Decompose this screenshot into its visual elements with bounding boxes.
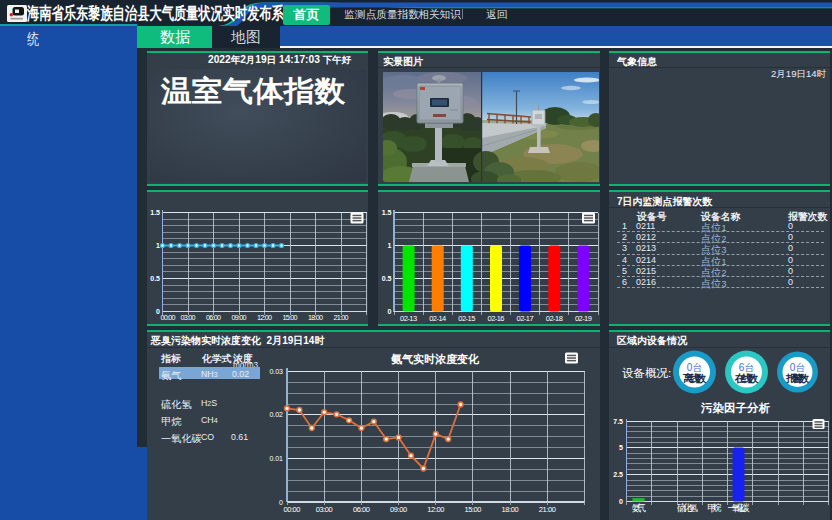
svg-text:0.01: 0.01 [269, 455, 283, 462]
svg-text:0.02: 0.02 [269, 411, 283, 418]
svg-text:在线数: 在线数 [734, 372, 759, 384]
svg-text:0.03: 0.03 [269, 368, 283, 375]
svg-text:09:00: 09:00 [390, 505, 407, 514]
svg-text:02-19: 02-19 [575, 314, 592, 323]
svg-text:00:00: 00:00 [284, 505, 301, 514]
svg-text:甲烷: 甲烷 [708, 502, 723, 513]
svg-text:18:00: 18:00 [502, 505, 519, 514]
svg-text:离线数: 离线数 [682, 372, 707, 384]
svg-text:21:00: 21:00 [334, 313, 349, 322]
svg-text:02-13: 02-13 [400, 314, 417, 323]
svg-text:15:00: 15:00 [464, 505, 481, 514]
svg-text:09:00: 09:00 [232, 313, 247, 322]
svg-text:0.5: 0.5 [382, 275, 392, 282]
svg-text:报警数: 报警数 [785, 372, 810, 384]
svg-text:06:00: 06:00 [353, 505, 370, 514]
svg-text:0: 0 [156, 308, 160, 315]
svg-text:03:00: 03:00 [316, 505, 333, 514]
svg-text:硫化氢: 硫化氢 [677, 502, 699, 513]
svg-text:1: 1 [388, 242, 392, 249]
svg-text:18:00: 18:00 [308, 313, 323, 322]
svg-text:0: 0 [279, 499, 283, 506]
svg-text:0: 0 [388, 308, 392, 315]
svg-text:7.5: 7.5 [613, 418, 623, 425]
svg-text:03:00: 03:00 [181, 313, 196, 322]
svg-text:02-16: 02-16 [488, 314, 505, 323]
svg-text:0: 0 [619, 498, 623, 505]
svg-text:12:00: 12:00 [257, 313, 272, 322]
svg-text:06:00: 06:00 [206, 313, 221, 322]
svg-text:12:00: 12:00 [427, 505, 444, 514]
svg-text:一氧化碳: 一氧化碳 [728, 502, 751, 513]
svg-text:02-14: 02-14 [429, 314, 446, 323]
svg-text:2.5: 2.5 [613, 471, 623, 478]
svg-text:02-15: 02-15 [458, 314, 475, 323]
svg-text:1: 1 [156, 242, 160, 249]
svg-text:1.5: 1.5 [150, 209, 160, 216]
svg-text:5: 5 [619, 444, 623, 451]
svg-text:1.5: 1.5 [382, 209, 392, 216]
svg-text:02-18: 02-18 [546, 314, 563, 323]
svg-text:15:00: 15:00 [283, 313, 298, 322]
svg-text:氨气: 氨气 [631, 502, 647, 513]
svg-text:0.5: 0.5 [150, 275, 160, 282]
svg-text:02-17: 02-17 [517, 314, 534, 323]
svg-text:00:00: 00:00 [161, 313, 176, 322]
svg-text:21:00: 21:00 [539, 505, 556, 514]
